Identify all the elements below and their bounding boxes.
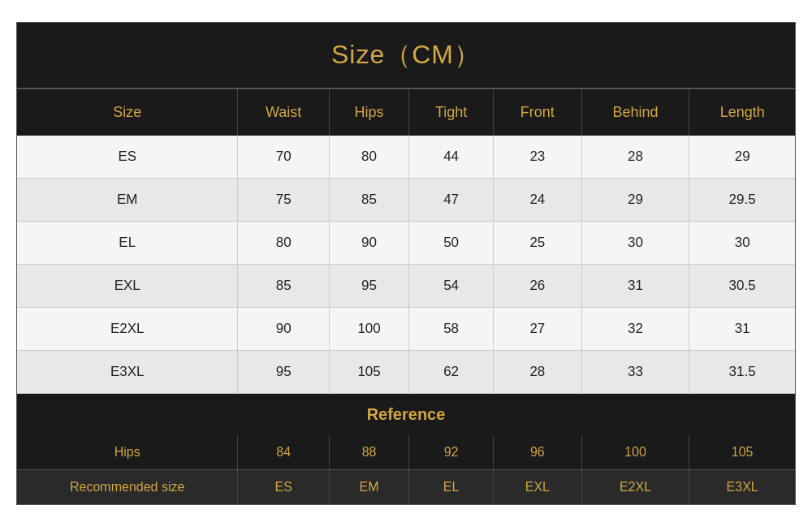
ref-hips-label: Hips: [17, 435, 238, 470]
reference-label-row: Hips 84 88 92 96 100 105: [17, 435, 795, 470]
col-header-size: Size: [17, 89, 238, 136]
col-header-tight: Tight: [409, 89, 494, 136]
col-header-behind: Behind: [581, 89, 689, 136]
ref-hips-100: 100: [581, 435, 689, 470]
table-cell: 47: [409, 179, 494, 222]
recommended-exl: EXL: [494, 470, 582, 505]
table-cell: EM: [17, 179, 238, 222]
ref-hips-96: 96: [494, 435, 582, 470]
col-header-hips: Hips: [329, 89, 408, 136]
ref-hips-84: 84: [238, 435, 330, 470]
col-header-waist: Waist: [238, 89, 330, 136]
ref-hips-105: 105: [689, 435, 795, 470]
recommended-es: ES: [238, 470, 330, 505]
table-cell: 31: [581, 265, 689, 308]
table-cell: 28: [494, 351, 582, 394]
table-cell: 30.5: [689, 265, 795, 308]
table-cell: 58: [409, 308, 494, 351]
table-cell: 23: [494, 136, 582, 179]
ref-hips-88: 88: [329, 435, 408, 470]
table-cell: 24: [494, 179, 582, 222]
table-cell: 33: [581, 351, 689, 394]
table-cell: EXL: [17, 265, 238, 308]
size-chart: Size（CM） Size Waist Hips Tight Front Beh…: [16, 22, 796, 505]
table-cell: 30: [689, 222, 795, 265]
col-header-length: Length: [689, 89, 795, 136]
table-cell: 54: [409, 265, 494, 308]
recommended-el: EL: [409, 470, 494, 505]
table-cell: EL: [17, 222, 238, 265]
table-row: E2XL9010058273231: [17, 308, 795, 351]
table-cell: 44: [409, 136, 494, 179]
table-row: EM758547242929.5: [17, 179, 795, 222]
table-cell: 28: [581, 136, 689, 179]
table-cell: 80: [238, 222, 330, 265]
table-cell: 50: [409, 222, 494, 265]
table-cell: 75: [238, 179, 330, 222]
table-row: EL809050253030: [17, 222, 795, 265]
table-cell: 70: [238, 136, 330, 179]
table-cell: 100: [329, 308, 408, 351]
chart-title: Size（CM）: [17, 23, 795, 89]
table-cell: 26: [494, 265, 582, 308]
table-cell: 85: [238, 265, 330, 308]
table-cell: 32: [581, 308, 689, 351]
table-cell: 29: [581, 179, 689, 222]
table-cell: 31: [689, 308, 795, 351]
table-cell: 29.5: [689, 179, 795, 222]
recommended-size-label: Recommended size: [17, 470, 238, 505]
table-cell: ES: [17, 136, 238, 179]
table-cell: 30: [581, 222, 689, 265]
table-cell: 25: [494, 222, 582, 265]
table-cell: 80: [329, 136, 408, 179]
reference-section-header: Reference: [17, 394, 795, 436]
table-cell: 29: [689, 136, 795, 179]
recommended-e3xl: E3XL: [689, 470, 795, 505]
reference-data-row: Recommended size ES EM EL EXL E2XL E3XL: [17, 470, 795, 505]
table-cell: E2XL: [17, 308, 238, 351]
table-cell: 95: [238, 351, 330, 394]
table-cell: 85: [329, 179, 408, 222]
col-header-front: Front: [494, 89, 582, 136]
table-cell: 31.5: [689, 351, 795, 394]
recommended-em: EM: [329, 470, 408, 505]
recommended-e2xl: E2XL: [581, 470, 689, 505]
table-cell: 62: [409, 351, 494, 394]
table-cell: E3XL: [17, 351, 238, 394]
table-row: EXL859554263130.5: [17, 265, 795, 308]
table-cell: 90: [329, 222, 408, 265]
table-header-row: Size Waist Hips Tight Front Behind Lengt…: [17, 89, 795, 136]
reference-title: Reference: [17, 394, 795, 436]
table-row: ES708044232829: [17, 136, 795, 179]
table-cell: 105: [329, 351, 408, 394]
table-cell: 95: [329, 265, 408, 308]
table-row: E3XL9510562283331.5: [17, 351, 795, 394]
table-cell: 90: [238, 308, 330, 351]
table-cell: 27: [494, 308, 582, 351]
ref-hips-92: 92: [409, 435, 494, 470]
